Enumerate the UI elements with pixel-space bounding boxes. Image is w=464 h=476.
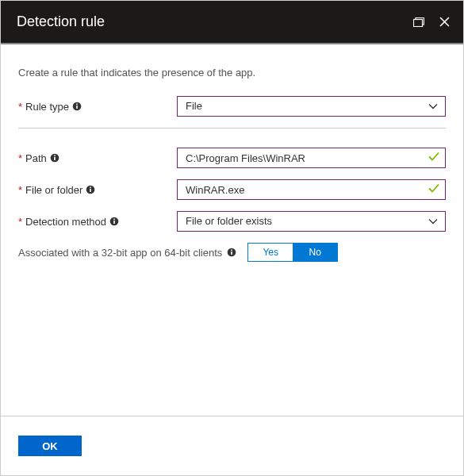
svg-rect-14 — [231, 251, 232, 255]
dialog-footer: OK — [1, 416, 463, 475]
label-text: Associated with a 32-bit app on 64-bit c… — [18, 247, 222, 259]
dialog-body: Create a rule that indicates the presenc… — [1, 44, 463, 416]
path-field — [177, 148, 446, 168]
path-label: * Path — [18, 152, 177, 164]
label-text: Rule type — [25, 101, 69, 113]
rule-type-select[interactable]: File — [177, 96, 446, 117]
info-icon[interactable] — [109, 217, 119, 226]
path-row: * Path — [18, 148, 446, 168]
dialog-title: Detection rule — [17, 13, 412, 30]
svg-rect-12 — [113, 219, 115, 221]
svg-rect-6 — [54, 155, 56, 157]
label-text: File or folder — [25, 184, 82, 196]
file-or-folder-row: * File or folder — [18, 179, 446, 200]
assoc-yes-button[interactable]: Yes — [248, 244, 293, 261]
label-text: Detection method — [25, 216, 106, 228]
dialog-header: Detection rule — [1, 1, 463, 44]
svg-rect-2 — [76, 106, 78, 109]
svg-rect-11 — [113, 221, 115, 224]
file-or-folder-field — [177, 179, 446, 200]
svg-rect-15 — [231, 250, 232, 251]
svg-rect-8 — [90, 189, 92, 192]
header-controls — [412, 16, 451, 29]
assoc-toggle: Yes No — [247, 243, 338, 262]
section-divider — [18, 128, 446, 129]
info-icon[interactable] — [86, 185, 95, 194]
rule-type-field: File — [177, 96, 446, 117]
rule-type-label: * Rule type — [18, 101, 177, 113]
svg-rect-3 — [76, 104, 78, 106]
svg-rect-0 — [414, 19, 423, 26]
detection-method-select[interactable]: File or folder exists — [177, 211, 446, 232]
svg-rect-9 — [90, 187, 92, 189]
info-icon[interactable] — [50, 153, 59, 163]
description-text: Create a rule that indicates the presenc… — [18, 67, 446, 79]
rule-type-row: * Rule type File — [18, 96, 446, 117]
detection-method-row: * Detection method File or folder exists — [18, 211, 446, 232]
path-input[interactable] — [177, 148, 446, 168]
assoc-label: Associated with a 32-bit app on 64-bit c… — [18, 247, 236, 259]
info-icon[interactable] — [72, 102, 82, 111]
required-indicator: * — [18, 184, 22, 196]
detection-method-field: File or folder exists — [177, 211, 446, 232]
svg-rect-5 — [54, 157, 56, 160]
required-indicator: * — [18, 101, 22, 113]
file-or-folder-label: * File or folder — [18, 184, 177, 196]
assoc-no-button[interactable]: No — [293, 244, 337, 261]
ok-button[interactable]: OK — [18, 436, 82, 456]
info-icon[interactable] — [227, 248, 236, 257]
label-text: Path — [25, 152, 47, 164]
assoc-row: Associated with a 32-bit app on 64-bit c… — [18, 243, 446, 262]
restore-icon[interactable] — [412, 16, 425, 29]
file-or-folder-input[interactable] — [177, 179, 446, 200]
required-indicator: * — [18, 152, 22, 164]
detection-method-label: * Detection method — [18, 216, 177, 228]
required-indicator: * — [18, 216, 22, 228]
close-icon[interactable] — [438, 16, 451, 29]
